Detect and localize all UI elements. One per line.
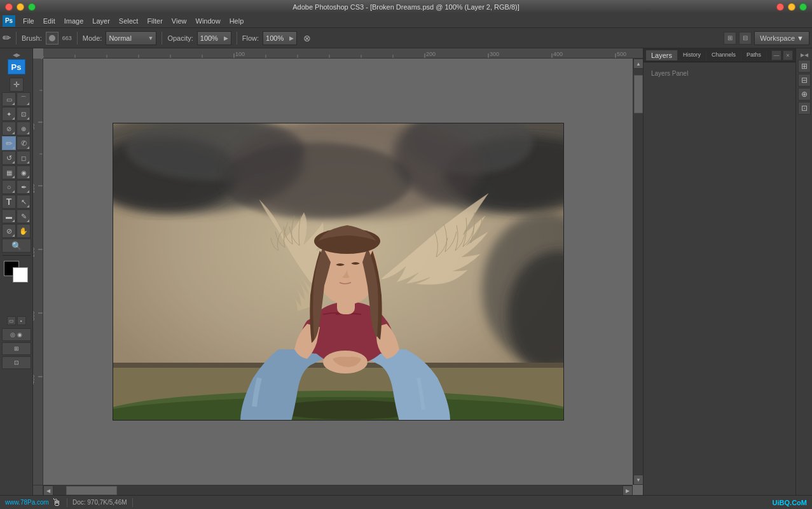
- menu-filter[interactable]: Filter: [143, 16, 166, 26]
- shape-tool[interactable]: ▬: [2, 209, 16, 223]
- svg-text:200: 200: [33, 248, 36, 257]
- dodge-icon: ○: [7, 183, 11, 191]
- menu-layer[interactable]: Layer: [88, 16, 114, 26]
- mode-dropdown-arrow: ▼: [148, 35, 153, 41]
- path-select-tool[interactable]: ↖: [17, 195, 31, 209]
- zoom-tool[interactable]: 🔍: [2, 239, 31, 253]
- main-area: ◀▶ Ps ✛ ▭ ⌒ ✦: [0, 48, 812, 495]
- scroll-track-h[interactable]: [53, 485, 623, 495]
- doc-info[interactable]: Doc: 970,7K/5,46M: [72, 499, 127, 506]
- corner-indicator: [12, 132, 15, 134]
- tool-row-8: ○ ✒: [2, 180, 31, 194]
- scroll-up-arrow[interactable]: ▲: [633, 59, 643, 69]
- horizontal-scrollbar[interactable]: ◀ ▶: [43, 485, 633, 495]
- pen-tool[interactable]: ✒: [17, 180, 31, 194]
- lasso-tool[interactable]: ⌒: [17, 92, 31, 106]
- vertical-scrollbar[interactable]: ▲ ▼: [633, 59, 643, 485]
- mode-dropdown[interactable]: Normal ▼: [106, 31, 156, 45]
- clone-tool[interactable]: ✆: [17, 136, 31, 150]
- scroll-down-arrow[interactable]: ▼: [633, 475, 643, 485]
- opacity-value: 100%: [200, 34, 218, 42]
- scroll-track-v[interactable]: [633, 69, 643, 475]
- brush-tool-icon[interactable]: ✏: [3, 32, 11, 44]
- tab-history[interactable]: History: [678, 50, 706, 60]
- text-tool[interactable]: T: [2, 195, 16, 209]
- crop-tool[interactable]: ⊡: [17, 107, 31, 121]
- eyedropper-tool[interactable]: ⊘: [2, 224, 16, 238]
- slice-tool[interactable]: ⊘: [2, 122, 16, 136]
- menu-window[interactable]: Window: [192, 16, 224, 26]
- brush-tool-panel[interactable]: ✏: [2, 136, 16, 150]
- extra-tool-4[interactable]: ⊡: [798, 102, 811, 115]
- corner-indicator: [27, 102, 29, 105]
- gradient-icon: ▦: [6, 169, 12, 176]
- history-brush-tool[interactable]: ↺: [2, 151, 16, 165]
- menu-bar: Ps File Edit Image Layer Select Filter V…: [0, 14, 812, 28]
- panel-minimize-btn[interactable]: —: [771, 50, 781, 60]
- close-button-right[interactable]: [776, 3, 784, 11]
- menu-edit[interactable]: Edit: [39, 16, 59, 26]
- marquee-rect-tool[interactable]: ▭: [2, 92, 16, 106]
- toolbar-separator-2: [77, 32, 78, 45]
- toolbar-separator-4: [237, 32, 237, 45]
- menu-image[interactable]: Image: [60, 16, 88, 26]
- scroll-right-arrow[interactable]: ▶: [623, 485, 633, 495]
- view-mode-btn[interactable]: ⊞: [2, 342, 31, 355]
- mode-label: Mode:: [83, 34, 102, 42]
- vertical-ruler: 50 100 200 300 400: [33, 59, 43, 485]
- tab-paths[interactable]: Paths: [741, 50, 767, 60]
- tool-row-2: ▭ ⌒: [2, 92, 31, 106]
- minimize-button-right[interactable]: [788, 3, 795, 11]
- extra-tool-2[interactable]: ⊟: [798, 74, 811, 87]
- menu-view[interactable]: View: [168, 16, 191, 26]
- corner-indicator: [27, 132, 29, 134]
- menu-help[interactable]: Help: [226, 16, 248, 26]
- airbrush-icon[interactable]: ⊗: [303, 33, 311, 43]
- blur-tool[interactable]: ◉: [17, 165, 31, 179]
- text-icon: T: [6, 197, 12, 207]
- flow-dropdown[interactable]: 100% ▶: [263, 31, 297, 45]
- tab-channels[interactable]: Channels: [706, 50, 741, 60]
- notes-tool[interactable]: ✎: [17, 209, 31, 223]
- magic-wand-tool[interactable]: ✦: [2, 107, 16, 121]
- scroll-thumb-h[interactable]: [66, 486, 117, 495]
- scroll-left-arrow[interactable]: ◀: [43, 485, 53, 495]
- toolbar-options-btn[interactable]: ⊞: [724, 32, 736, 45]
- ruler-v-svg: 50 100 200 300 400: [33, 59, 43, 485]
- eraser-tool[interactable]: ◻: [17, 151, 31, 165]
- close-button[interactable]: [5, 3, 13, 11]
- scroll-thumb-v[interactable]: [634, 75, 643, 113]
- panel-expand-left[interactable]: ◀▶: [14, 52, 19, 57]
- extra-panel-expand[interactable]: ▶◀: [802, 52, 807, 57]
- background-color[interactable]: [13, 267, 28, 282]
- quick-mask-btn[interactable]: ◎ ◉: [2, 328, 31, 341]
- canvas-area[interactable]: 100 200 300 400 500: [33, 48, 643, 495]
- maximize-button-right[interactable]: [799, 3, 807, 11]
- image-canvas[interactable]: [113, 123, 564, 421]
- dodge-tool[interactable]: ○: [2, 180, 16, 194]
- panel-close-btn[interactable]: ×: [783, 50, 793, 60]
- brush-preview[interactable]: [46, 32, 58, 45]
- menu-select[interactable]: Select: [115, 16, 142, 26]
- hand-tool[interactable]: ✋: [17, 224, 31, 238]
- opacity-dropdown[interactable]: 100% ▶: [197, 31, 231, 45]
- maximize-button[interactable]: [28, 3, 36, 11]
- minimize-button[interactable]: [17, 3, 24, 11]
- gradient-tool[interactable]: ▦: [2, 165, 16, 179]
- tab-layers[interactable]: Layers: [646, 50, 678, 60]
- screen-mode-btn[interactable]: ⊡: [2, 356, 31, 369]
- corner-indicator: [27, 117, 29, 120]
- color-swatches[interactable]: [3, 261, 31, 285]
- extra-tool-3[interactable]: ⊕: [798, 88, 811, 101]
- fullscreen-mode-btn[interactable]: ▪: [17, 316, 26, 325]
- heal-tool[interactable]: ⊕: [17, 122, 31, 136]
- corner-indicator: [27, 205, 29, 207]
- svg-text:50: 50: [33, 123, 36, 130]
- move-tool[interactable]: ✛: [10, 78, 24, 92]
- toolbar-palette-btn[interactable]: ⊟: [739, 32, 752, 45]
- ruler-h-svg: 100 200 300 400 500: [43, 48, 643, 59]
- extra-tool-1[interactable]: ⊞: [798, 60, 811, 73]
- workspace-button[interactable]: Workspace ▼: [754, 31, 809, 45]
- standard-mode-btn[interactable]: ▭: [7, 316, 16, 325]
- menu-file[interactable]: File: [19, 16, 38, 26]
